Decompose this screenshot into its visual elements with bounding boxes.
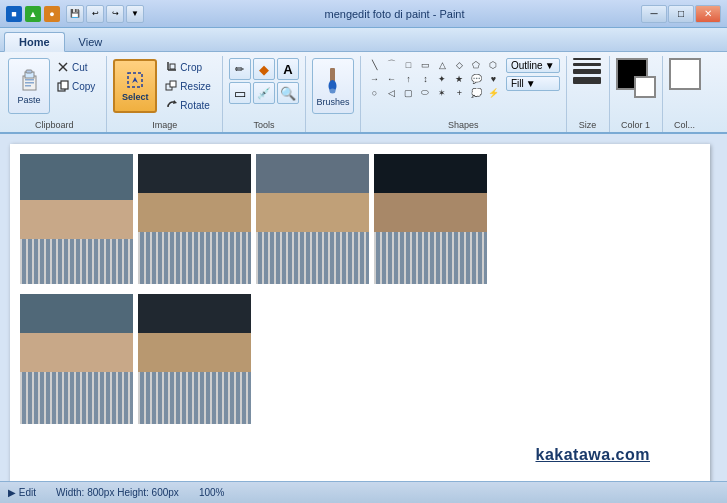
callout-shape[interactable]: 💬 [469,72,484,85]
cut-icon [57,61,69,73]
size-group: Size [569,56,610,132]
speech-shape[interactable]: 💭 [469,86,484,99]
image-content: Select Crop [113,56,216,120]
undo-quick-btn[interactable]: ↩ [86,5,104,23]
arrow-l-shape[interactable]: ← [384,72,399,85]
outline-button[interactable]: Outline ▼ [506,58,560,73]
heart-shape[interactable]: ♥ [486,72,501,85]
crop-button[interactable]: Crop [160,58,216,76]
ellipse-shape[interactable]: ⬭ [418,86,433,99]
ribbon-tabs: Home View [0,28,727,52]
text-tool[interactable]: A [277,58,299,80]
rrect-shape[interactable]: ▢ [401,86,416,99]
star5-shape[interactable]: ★ [452,72,467,85]
brushes-content: Brushes [312,56,354,130]
color2-swatch[interactable] [669,58,701,90]
tools-row1: ✏ ◆ A [229,58,299,80]
rtri-shape[interactable]: ◁ [384,86,399,99]
save-quick-btn[interactable]: 💾 [66,5,84,23]
size-col [573,58,603,84]
arrow4-shape[interactable]: ↕ [418,72,433,85]
svg-rect-14 [170,64,175,69]
copy-button[interactable]: Copy [52,77,100,95]
fill-button[interactable]: Fill ▼ [506,76,560,91]
close-button[interactable]: ✕ [695,5,721,23]
dropdown-quick-btn[interactable]: ▼ [126,5,144,23]
image-inner: Select Crop [113,58,216,114]
line-shape[interactable]: ╲ [367,58,382,71]
size-line-1[interactable] [573,58,601,60]
color1-label: Color 1 [616,120,656,132]
picker-tool[interactable]: 💉 [253,82,275,104]
maximize-button[interactable]: □ [668,5,694,23]
oval-shape[interactable]: ○ [367,86,382,99]
color-display[interactable] [616,58,656,98]
resize-button[interactable]: Resize [160,77,216,95]
icon2: ▲ [25,6,41,22]
photo-2 [138,154,251,284]
svg-rect-2 [26,70,32,73]
hex-shape[interactable]: ⬡ [486,58,501,71]
paste-button[interactable]: Paste [8,58,50,114]
photo-row-1 [20,154,487,284]
rect2-shape[interactable]: ▭ [418,58,433,71]
status-text: ▶ Edit [8,487,36,498]
size-line-3[interactable] [573,69,601,74]
magnify-tool[interactable]: 🔍 [277,82,299,104]
photo-4 [374,154,487,284]
eraser-tool[interactable]: ▭ [229,82,251,104]
crop-label: Crop [180,62,202,73]
outline-label: Outline [511,60,543,71]
size-line-4[interactable] [573,77,601,84]
pencil-tool[interactable]: ✏ [229,58,251,80]
diamond-shape[interactable]: ◇ [452,58,467,71]
fill-tool[interactable]: ◆ [253,58,275,80]
size-label: Size [573,120,603,132]
star4-shape[interactable]: ✦ [435,72,450,85]
fill-label: Fill [511,78,524,89]
rotate-button[interactable]: Rotate [160,96,216,114]
dimensions-text: Width: 800px Height: 600px [56,487,179,498]
select-label: Select [122,92,149,102]
svg-rect-16 [170,81,176,87]
lightning-shape[interactable]: ⚡ [486,86,501,99]
plus-shape[interactable]: + [452,86,467,99]
crop-icon [165,61,177,73]
minimize-button[interactable]: ─ [641,5,667,23]
image-group: Select Crop [109,56,223,132]
tools-content: ✏ ◆ A ▭ 💉 🔍 [229,56,299,120]
svg-rect-18 [330,68,335,82]
quick-access-toolbar: 💾 ↩ ↪ ▼ [66,5,144,23]
pent-shape[interactable]: ⬠ [469,58,484,71]
arrow-r-shape[interactable]: → [367,72,382,85]
curve-shape[interactable]: ⌒ [384,58,399,71]
title-bar: ■ ▲ ● 💾 ↩ ↪ ▼ mengedit foto di paint - P… [0,0,727,28]
size-line-2[interactable] [573,63,601,66]
redo-quick-btn[interactable]: ↪ [106,5,124,23]
tab-home[interactable]: Home [4,32,65,52]
resize-icon [165,80,177,92]
zoom-text: 100% [199,487,225,498]
fill-arrow: ▼ [526,78,536,89]
photo-row-2 [20,294,251,424]
star6-shape[interactable]: ✶ [435,86,450,99]
select-button[interactable]: Select [113,59,157,113]
tri-shape[interactable]: △ [435,58,450,71]
ribbon: Paste Cut Copy [0,52,727,134]
select-icon [125,70,145,90]
background-color [634,76,656,98]
brushes-label: Brushes [316,97,349,107]
brushes-button[interactable]: Brushes [312,58,354,114]
arrow-u-shape[interactable]: ↑ [401,72,416,85]
color2-group: Col... [665,56,707,132]
canvas-area: kakatawa.com [0,134,727,499]
brushes-icon [321,66,345,94]
size-content [573,56,603,120]
resize-label: Resize [180,81,211,92]
clipboard-label: Clipboard [8,120,100,132]
cut-button[interactable]: Cut [52,58,100,76]
rect-shape[interactable]: □ [401,58,416,71]
photo-6 [138,294,251,424]
tab-view[interactable]: View [65,33,117,51]
watermark: kakatawa.com [535,446,650,464]
